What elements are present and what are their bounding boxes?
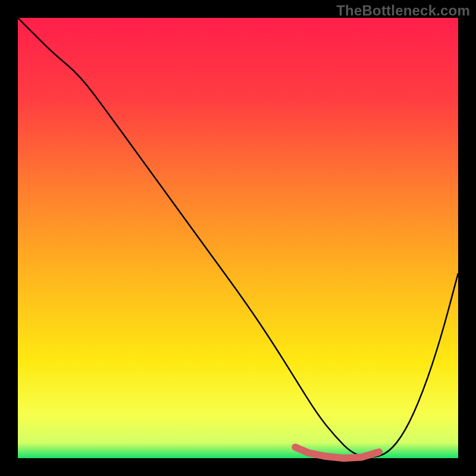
bottleneck-chart <box>0 0 476 476</box>
plot-background <box>18 18 458 458</box>
watermark-text: TheBottleneck.com <box>336 2 470 19</box>
chart-frame: TheBottleneck.com <box>0 0 476 476</box>
